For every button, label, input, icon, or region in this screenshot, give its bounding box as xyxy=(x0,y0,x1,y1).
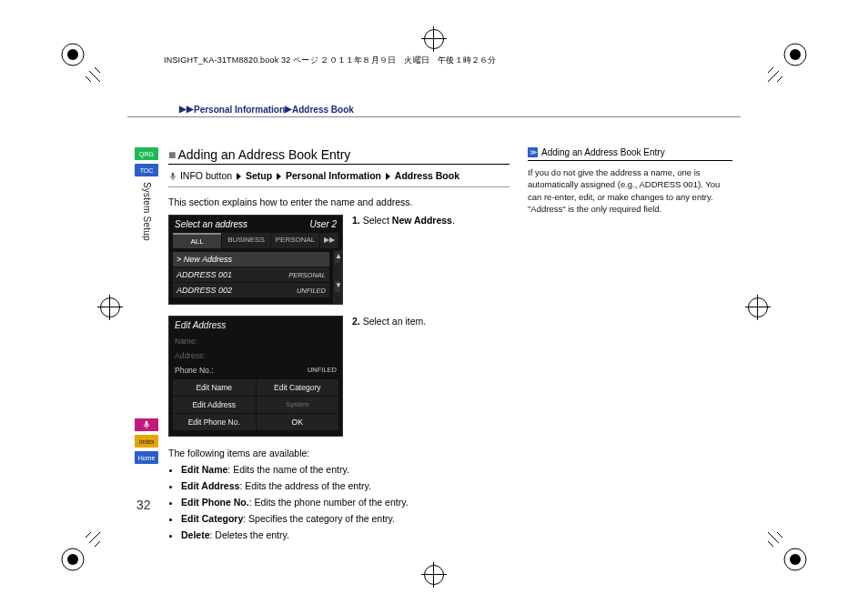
shot-cell-edit-address: Edit Address xyxy=(173,397,256,413)
screenshot-edit-address: Edit Address Name: Address: Phone No.:UN… xyxy=(168,316,343,437)
sidebar-note: Adding an Address Book Entry If you do n… xyxy=(528,147,732,215)
tab-qrg[interactable]: QRG xyxy=(135,147,158,160)
shot-tab-business: BUSINESS xyxy=(222,233,270,248)
note-title: Adding an Address Book Entry xyxy=(541,147,665,157)
svg-point-3 xyxy=(790,49,801,60)
shot-cell-edit-name: Edit Name xyxy=(173,379,256,396)
crop-mark-tl xyxy=(55,36,100,82)
crop-mark-br xyxy=(768,532,813,578)
reg-mark-right xyxy=(748,297,768,317)
reg-mark-bottom xyxy=(424,565,444,585)
list-item: Edit Category: Specifies the category of… xyxy=(181,513,510,524)
list-item: Delete: Deletes the entry. xyxy=(181,529,510,540)
side-section-label: System Setup xyxy=(142,182,152,241)
shot-row-new-address: > New Address xyxy=(173,252,329,267)
shot-cell-ok: OK xyxy=(257,414,339,430)
available-intro: The following items are available: xyxy=(168,448,510,458)
shot-tab-all: ALL xyxy=(173,233,221,248)
tab-index[interactable]: Index xyxy=(135,435,158,448)
note-icon xyxy=(528,147,538,157)
screenshot-select-address: Select an addressUser 2 ALL BUSINESS PER… xyxy=(168,215,343,305)
header-strip: INSIGHT_KA-31TM8820.book 32 ページ ２０１１年８月９… xyxy=(164,55,497,66)
shot-cell-system: System xyxy=(257,397,339,413)
breadcrumb-underline xyxy=(127,116,741,117)
crop-mark-tr xyxy=(768,36,813,82)
step-2: 2. Select an item. xyxy=(352,316,510,327)
tab-home[interactable]: Home xyxy=(135,451,158,464)
info-icon xyxy=(168,172,177,181)
list-item: Edit Address: Edits the address of the e… xyxy=(181,480,510,491)
shot-tab-more: ▶▶ xyxy=(320,233,338,248)
shot-row-addr1: ADDRESS 001PERSONAL xyxy=(173,267,329,282)
voice-icon xyxy=(142,420,151,429)
reg-mark-left xyxy=(100,297,120,317)
side-tabs-bottom: Index Home xyxy=(135,418,158,468)
page-number: 32 xyxy=(136,498,151,512)
tab-toc[interactable]: TOC xyxy=(135,164,158,176)
svg-point-7 xyxy=(790,554,801,565)
section-title: ■Adding an Address Book Entry xyxy=(168,147,510,165)
breadcrumb: ▶▶Personal Information▶Address Book xyxy=(179,105,354,115)
nav-path: INFO button Setup Personal Information A… xyxy=(168,170,510,181)
page-content: ■Adding an Address Book Entry INFO butto… xyxy=(168,147,732,546)
shot-tab-personal: PERSONAL xyxy=(271,233,319,248)
crop-mark-bl xyxy=(55,532,100,578)
list-item: Edit Phone No.: Edits the phone number o… xyxy=(181,497,510,508)
note-body: If you do not give the address a name, o… xyxy=(528,166,732,215)
svg-point-5 xyxy=(67,554,78,565)
list-item: Edit Name: Edits the name of the entry. xyxy=(181,464,510,475)
shot-cell-edit-category: Edit Category xyxy=(257,379,339,396)
side-tabs-top: QRG TOC System Setup xyxy=(135,147,158,241)
step-1: 1. Select New Address. xyxy=(352,215,510,226)
shot-scrollbar: ▲ ▼ xyxy=(333,250,342,304)
tab-voice[interactable] xyxy=(135,418,158,431)
intro-text: This section explains how to enter the n… xyxy=(168,196,510,207)
svg-point-1 xyxy=(67,49,78,60)
available-list: Edit Name: Edits the name of the entry. … xyxy=(168,464,510,540)
shot-cell-edit-phone: Edit Phone No. xyxy=(173,414,256,430)
shot-row-addr2: ADDRESS 002UNFILED xyxy=(173,283,329,297)
reg-mark-top xyxy=(424,29,444,49)
